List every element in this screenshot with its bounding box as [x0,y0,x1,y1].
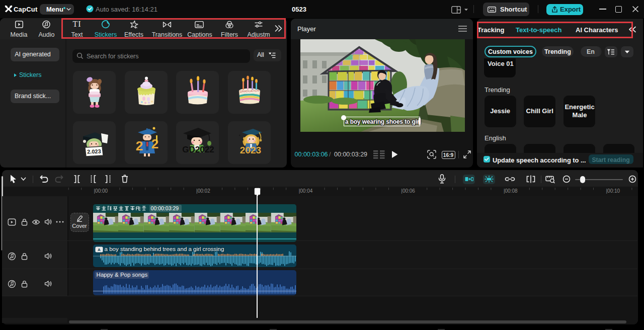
svg-text:2.023: 2.023 [87,148,101,155]
svg-text:2023: 2023 [240,145,261,155]
svg-text:GD2022: GD2022 [183,145,214,154]
svg-text:2: 2 [135,138,142,153]
svg-text:A: A [98,248,101,252]
svg-text:2: 2 [151,136,158,151]
